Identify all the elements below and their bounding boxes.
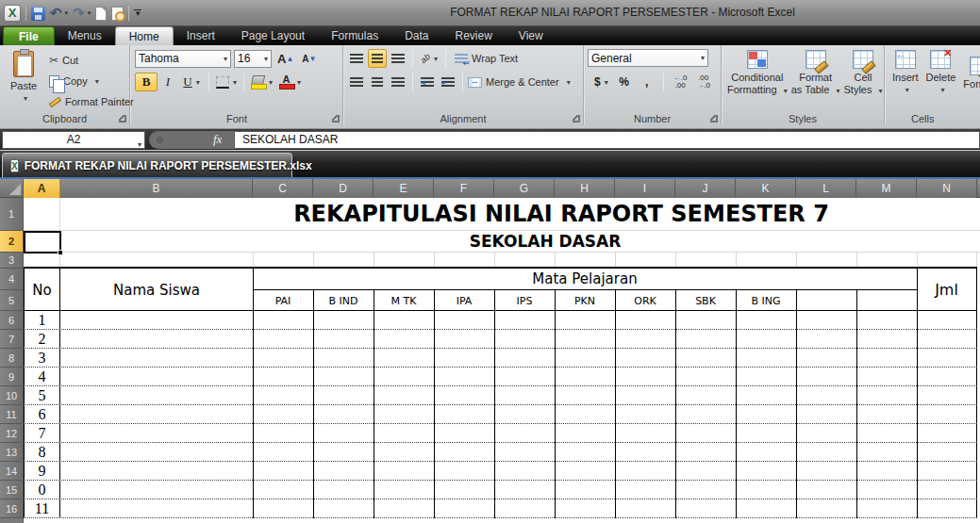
fill-handle[interactable]	[58, 250, 62, 254]
column-header-E[interactable]: E	[374, 179, 434, 198]
paste-button[interactable]: Paste▾	[5, 49, 42, 109]
tab-file[interactable]: File	[3, 26, 55, 45]
orientation-button[interactable]: ab▾	[418, 49, 440, 68]
format-cells-button[interactable]: Format	[963, 52, 980, 90]
print-preview-icon[interactable]	[111, 7, 124, 21]
tab-view[interactable]: View	[506, 26, 556, 45]
borders-button[interactable]: ▾	[213, 73, 240, 91]
font-size-select[interactable]: 16▾	[234, 50, 272, 68]
tab-formulas[interactable]: Formulas	[318, 26, 391, 45]
tab-insert[interactable]: Insert	[174, 26, 228, 45]
column-header-A[interactable]: A	[24, 179, 60, 198]
clipboard-dialog-launcher-icon[interactable]	[119, 115, 126, 123]
font-color-button[interactable]: A▾	[276, 73, 304, 91]
conditional-formatting-button[interactable]: Conditional Formatting ▾	[727, 45, 788, 97]
align-right-button[interactable]	[389, 73, 407, 91]
undo-icon[interactable]: ↶	[50, 7, 62, 20]
bottom-align-button[interactable]	[389, 49, 407, 68]
font-dialog-launcher-icon[interactable]	[332, 115, 340, 123]
paste-dropdown-icon[interactable]: ▾	[24, 94, 27, 103]
subject-header-cell[interactable]: PKN	[555, 290, 615, 311]
copy-button[interactable]: Copy▾	[49, 72, 134, 90]
header-cell-nama-siswa[interactable]: Nama Siswa	[60, 269, 253, 311]
no-value-cell[interactable]: 7	[24, 424, 60, 443]
row-header-7[interactable]: 7	[0, 330, 24, 349]
row-header-11[interactable]: 11	[0, 405, 24, 424]
no-value-cell[interactable]: 9	[24, 462, 60, 481]
formula-options-icon[interactable]	[155, 135, 165, 145]
subject-header-cell[interactable]: B ING	[736, 290, 796, 311]
subject-header-cell[interactable]: M TK	[374, 290, 434, 311]
column-header-H[interactable]: H	[555, 179, 615, 198]
cut-button[interactable]: ✂Cut	[49, 51, 134, 70]
row-header-4[interactable]: 4	[0, 269, 24, 290]
undo-dropdown-icon[interactable]: ▾	[65, 9, 69, 17]
format-as-table-button[interactable]: Format as Table ▾	[791, 45, 840, 97]
grow-font-button[interactable]: A▲	[274, 49, 296, 68]
subject-header-cell[interactable]: IPA	[434, 290, 494, 311]
row-header-9[interactable]: 9	[0, 368, 24, 386]
subject-header-cell[interactable]: ORK	[615, 290, 675, 311]
save-icon[interactable]	[31, 7, 45, 21]
decrease-decimal-button[interactable]: .00→.0	[693, 73, 713, 91]
cell-title[interactable]: REKAPITULASI NILAI RAPORT SEMESTER 7	[24, 198, 980, 231]
column-header-K[interactable]: K	[736, 179, 796, 198]
row-header-12[interactable]: 12	[0, 424, 24, 443]
name-box[interactable]: A2▾	[2, 131, 145, 149]
no-value-cell[interactable]: 4	[24, 368, 60, 386]
row-header-8[interactable]: 8	[0, 349, 24, 368]
tab-review[interactable]: Review	[442, 26, 506, 45]
wrap-text-button[interactable]: Wrap Text	[455, 49, 518, 68]
customize-qat-icon[interactable]: ▼	[134, 9, 141, 17]
cell-subtitle[interactable]: SEKOLAH DASAR	[24, 231, 980, 253]
tab-home[interactable]: Home	[115, 26, 174, 45]
column-header-C[interactable]: C	[253, 179, 313, 198]
format-painter-button[interactable]: Format Painter	[49, 92, 134, 111]
formula-input[interactable]: SEKOLAH DASAR	[234, 131, 980, 149]
row-header-2[interactable]: 2	[0, 231, 24, 253]
tab-menus[interactable]: Menus	[55, 26, 115, 45]
subject-header-cell[interactable]: PAI	[253, 290, 313, 311]
row-header-1[interactable]: 1	[0, 198, 24, 231]
subject-header-cell[interactable]: B IND	[313, 290, 374, 311]
column-header-L[interactable]: L	[796, 179, 856, 198]
redo-dropdown-icon[interactable]: ▾	[88, 9, 91, 17]
column-header-G[interactable]: G	[494, 179, 555, 198]
merge-center-button[interactable]: Merge & Center▾	[468, 73, 571, 91]
row-header-15[interactable]: 15	[0, 481, 24, 499]
column-header-J[interactable]: J	[675, 179, 736, 198]
row-header-10[interactable]: 10	[0, 386, 24, 405]
decrease-indent-button[interactable]	[418, 73, 437, 91]
select-all-corner[interactable]	[0, 179, 24, 198]
subject-header-cell[interactable]	[856, 290, 917, 311]
font-family-select[interactable]: Tahoma▾	[135, 50, 231, 68]
column-header-I[interactable]: I	[615, 179, 675, 198]
insert-cells-button[interactable]: Insert ▾	[892, 45, 919, 96]
column-header-D[interactable]: D	[313, 179, 374, 198]
alignment-dialog-launcher-icon[interactable]	[573, 115, 580, 123]
comma-style-button[interactable]: ,	[638, 73, 656, 91]
number-dialog-launcher-icon[interactable]	[710, 115, 718, 123]
increase-indent-button[interactable]	[439, 73, 457, 91]
row-header-5[interactable]: 5	[0, 290, 24, 311]
shrink-font-button[interactable]: A▼	[299, 49, 319, 68]
column-header-B[interactable]: B	[60, 179, 253, 198]
no-value-cell[interactable]: 5	[24, 386, 60, 405]
no-value-cell[interactable]: 0	[24, 481, 60, 499]
no-value-cell[interactable]: 3	[24, 349, 60, 368]
no-value-cell[interactable]: 8	[24, 443, 60, 462]
row-header-14[interactable]: 14	[0, 462, 24, 481]
cell-styles-button[interactable]: Cell Styles ▾	[844, 45, 883, 97]
insert-function-icon[interactable]: fx	[213, 132, 222, 147]
no-value-cell[interactable]: 2	[24, 330, 60, 349]
new-document-icon[interactable]	[95, 7, 107, 21]
underline-button[interactable]: U▾	[178, 73, 205, 91]
accounting-format-button[interactable]: $▾	[591, 73, 611, 91]
subject-header-cell[interactable]: SBK	[675, 290, 736, 311]
redo-icon[interactable]: ↷	[73, 7, 85, 20]
header-cell-no[interactable]: No	[24, 269, 60, 311]
column-header-F[interactable]: F	[434, 179, 494, 198]
bold-button[interactable]: B	[135, 73, 158, 91]
increase-decimal-button[interactable]: ←.0.00	[671, 73, 690, 91]
subject-header-cell[interactable]	[796, 290, 856, 311]
